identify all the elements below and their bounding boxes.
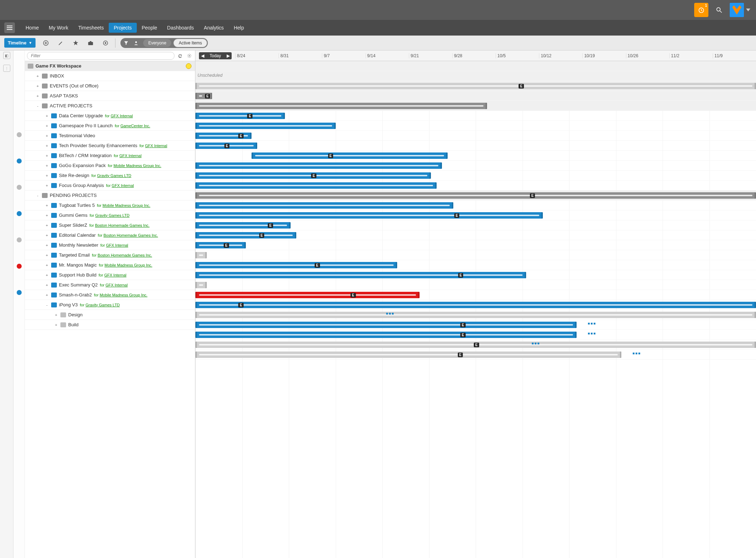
- rail-org-button[interactable]: ⋮: [3, 65, 10, 72]
- timer-button[interactable]: 1: [694, 3, 708, 17]
- expand-toggle[interactable]: +: [45, 203, 49, 208]
- tree-item[interactable]: +Design: [25, 310, 195, 320]
- scope-pill[interactable]: Everyone: [143, 39, 171, 47]
- gantt-bar[interactable]: E: [195, 192, 756, 199]
- tree-item[interactable]: +Super SliderZfor Boston Homemade Games …: [25, 220, 195, 230]
- expand-toggle[interactable]: +: [45, 163, 49, 168]
- expand-toggle[interactable]: +: [54, 313, 58, 317]
- tree-filter-input[interactable]: [27, 52, 174, 60]
- customer-link[interactable]: for GFX Internal: [105, 114, 133, 118]
- gantt-bar[interactable]: E: [195, 172, 431, 179]
- customer-link[interactable]: for Boston Homemade Games Inc.: [92, 253, 152, 257]
- tree-item[interactable]: +Smash-n-Grab2for Mobile Madness Group I…: [25, 290, 195, 300]
- gantt-bar[interactable]: E: [195, 143, 257, 149]
- gantt-bar[interactable]: E: [195, 352, 621, 358]
- user-avatar[interactable]: [730, 3, 744, 17]
- gantt-bar[interactable]: E: [195, 262, 397, 268]
- gantt-bar[interactable]: [195, 202, 453, 209]
- tree-item[interactable]: +Editorial Calendarfor Boston Homemade G…: [25, 230, 195, 240]
- expand-toggle[interactable]: +: [45, 223, 49, 227]
- customer-link[interactable]: for GFX Internal: [99, 273, 126, 277]
- global-search-button[interactable]: [712, 3, 726, 17]
- expand-toggle[interactable]: +: [45, 154, 49, 158]
- tree-item[interactable]: -iPong V3for Gravity Games LTD: [25, 300, 195, 310]
- gantt-bar[interactable]: [195, 282, 207, 288]
- nav-dashboards[interactable]: Dashboards: [162, 23, 199, 33]
- favorite-button[interactable]: [71, 38, 80, 48]
- gantt-body[interactable]: UnscheduledEEEEEEEEEEEEEEEEEEEE: [195, 61, 756, 558]
- gantt-bar[interactable]: E: [195, 302, 756, 308]
- gantt-bar[interactable]: [195, 312, 756, 318]
- expand-toggle[interactable]: +: [36, 84, 40, 88]
- rail-collapse-button[interactable]: ◧: [3, 52, 10, 59]
- workspace-header[interactable]: Game FX Workspace: [25, 61, 195, 71]
- expand-toggle[interactable]: +: [54, 323, 58, 327]
- gantt-bar[interactable]: E: [195, 322, 577, 328]
- expand-toggle[interactable]: +: [45, 114, 49, 118]
- tree-item[interactable]: +Exec Summary Q2for GFX Internal: [25, 280, 195, 290]
- expand-toggle[interactable]: +: [45, 134, 49, 138]
- tree-group[interactable]: +INBOX: [25, 71, 195, 81]
- customer-link[interactable]: for Gravity Games LTD: [80, 303, 120, 307]
- gantt-bar[interactable]: E: [252, 152, 448, 159]
- gantt-bar[interactable]: E: [195, 133, 252, 139]
- edit-button[interactable]: [56, 38, 65, 48]
- gantt-bar[interactable]: E: [195, 332, 577, 338]
- tree-item[interactable]: +Build: [25, 320, 195, 330]
- customer-link[interactable]: for GFX Internal: [114, 154, 141, 158]
- tree-item[interactable]: +Testimonial Video: [25, 131, 195, 141]
- expand-toggle[interactable]: +: [45, 213, 49, 218]
- customer-link[interactable]: for Boston Homemade Games Inc.: [89, 223, 149, 227]
- nav-help[interactable]: Help: [229, 23, 249, 33]
- tree-item[interactable]: +Gummi Gemsfor Gravity Games LTD: [25, 210, 195, 220]
- tree-item[interactable]: +Targeted Emailfor Boston Homemade Games…: [25, 250, 195, 260]
- prev-button[interactable]: ◀: [199, 53, 206, 58]
- expand-toggle[interactable]: +: [45, 173, 49, 178]
- expand-toggle[interactable]: +: [45, 253, 49, 257]
- expand-toggle[interactable]: -: [45, 303, 49, 307]
- expand-toggle[interactable]: +: [45, 233, 49, 237]
- view-mode-button[interactable]: Timeline ▼: [4, 38, 36, 48]
- nav-my-work[interactable]: My Work: [44, 23, 73, 33]
- tree-group[interactable]: -ACTIVE PROJECTS: [25, 101, 195, 111]
- gantt-bar[interactable]: [195, 182, 437, 189]
- nav-timesheets[interactable]: Timesheets: [73, 23, 109, 33]
- customer-link[interactable]: for GFX Internal: [106, 183, 134, 188]
- project-tree[interactable]: Game FX Workspace+INBOX+EVENTS (Out of O…: [25, 61, 195, 558]
- refresh-button[interactable]: [177, 52, 184, 59]
- gantt-bar[interactable]: E: [195, 222, 291, 229]
- customer-link[interactable]: for GameCenter Inc.: [115, 124, 150, 128]
- expand-toggle[interactable]: +: [45, 124, 49, 128]
- gantt-bar[interactable]: E: [195, 113, 285, 119]
- gantt-bar[interactable]: E: [195, 242, 246, 248]
- gantt-bar[interactable]: [195, 252, 207, 258]
- user-menu-caret[interactable]: [746, 9, 750, 11]
- gantt-bar[interactable]: [195, 103, 487, 109]
- nav-home[interactable]: Home: [21, 23, 44, 33]
- menu-toggle-button[interactable]: [4, 22, 15, 33]
- people-filter-button[interactable]: [131, 39, 141, 47]
- tree-item[interactable]: +BitTech / CRM Integrationfor GFX Intern…: [25, 151, 195, 161]
- today-button[interactable]: Today: [206, 52, 225, 59]
- expand-toggle[interactable]: -: [36, 193, 40, 198]
- customer-link[interactable]: for Gravity Games LTD: [91, 173, 131, 178]
- expand-toggle[interactable]: +: [45, 283, 49, 287]
- gantt-bar[interactable]: E: [195, 93, 212, 99]
- nav-analytics[interactable]: Analytics: [199, 23, 229, 33]
- expand-toggle[interactable]: +: [36, 94, 40, 98]
- expand-toggle[interactable]: +: [45, 183, 49, 188]
- expand-toggle[interactable]: +: [45, 293, 49, 297]
- tree-item[interactable]: +Monthly Newsletterfor GFX Internal: [25, 240, 195, 250]
- sync-button[interactable]: [101, 38, 110, 48]
- tree-item[interactable]: +Mr. Mangos Magicfor Mobile Madness Grou…: [25, 260, 195, 270]
- settings-button[interactable]: [186, 52, 193, 59]
- tree-item[interactable]: +Support Hub Buildfor GFX Internal: [25, 270, 195, 280]
- tree-item[interactable]: +Tech Provider Security Enhancementsfor …: [25, 141, 195, 151]
- customer-link[interactable]: for Mobile Madness Group Inc.: [94, 293, 147, 297]
- nav-people[interactable]: People: [137, 23, 162, 33]
- tree-item[interactable]: +Tugboat Turtles 5for Mobile Madness Gro…: [25, 200, 195, 210]
- nav-projects[interactable]: Projects: [109, 23, 137, 33]
- items-pill[interactable]: Active Items: [173, 39, 207, 47]
- tree-group[interactable]: -PENDING PROJECTS: [25, 191, 195, 200]
- tree-item[interactable]: +Site Re-designfor Gravity Games LTD: [25, 171, 195, 181]
